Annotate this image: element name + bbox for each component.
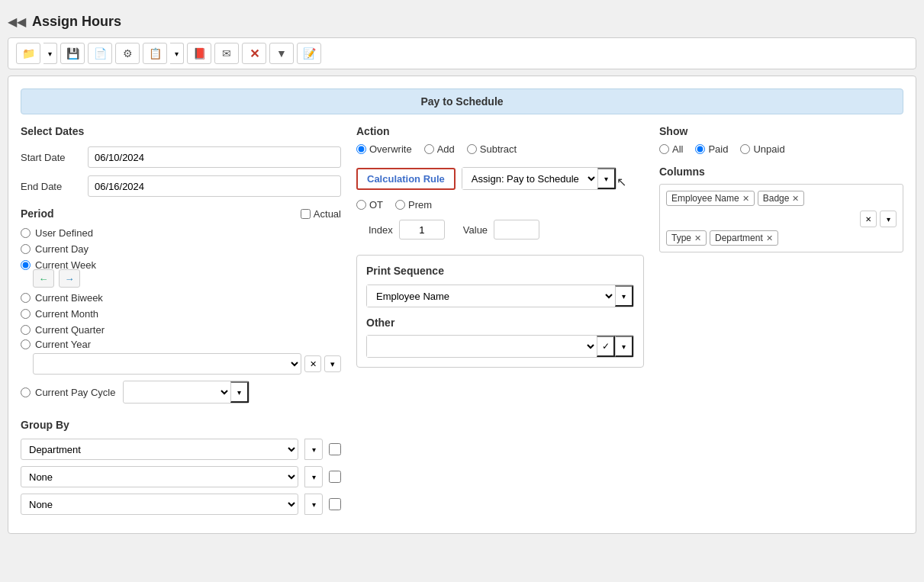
actual-label: Actual xyxy=(314,208,341,220)
actual-checkbox[interactable] xyxy=(301,209,311,219)
period-section: Period Actual User Defined Current Day xyxy=(21,207,341,404)
arrow-left-icon: ← xyxy=(39,273,49,285)
action-subtract-option[interactable]: Subtract xyxy=(467,143,517,155)
print-sequence-box: Print Sequence Employee Name ▾ Other ✓ ▾ xyxy=(356,255,644,368)
action-title: Action xyxy=(356,125,644,137)
radio-current-day[interactable] xyxy=(21,244,31,254)
ot-option[interactable]: OT xyxy=(356,199,383,211)
other-select[interactable] xyxy=(367,336,597,357)
calculation-rule-button[interactable]: Calculation Rule xyxy=(356,168,456,190)
header-bar: ◀◀ Assign Hours xyxy=(8,8,916,37)
show-paid-option[interactable]: Paid xyxy=(695,143,728,155)
end-date-row: End Date xyxy=(21,175,341,197)
assign-dropdown: Assign: Pay to Schedule ▾ xyxy=(462,167,617,190)
tag-employee-name-close[interactable]: ✕ xyxy=(742,194,749,204)
radio-subtract[interactable] xyxy=(467,144,477,154)
period-current-biweek-label: Current Biweek xyxy=(35,292,103,304)
settings-button[interactable]: ⚙ xyxy=(115,43,140,64)
other-check-button[interactable]: ✓ xyxy=(597,336,615,357)
show-all-option[interactable]: All xyxy=(659,143,683,155)
start-date-input[interactable] xyxy=(88,146,341,168)
print-seq-select-row: Employee Name ▾ xyxy=(366,285,634,307)
print-seq-dropdown-button[interactable]: ▾ xyxy=(615,285,633,307)
show-all-label: All xyxy=(672,143,683,155)
assign-dropdown-button[interactable]: ▾ xyxy=(597,168,616,189)
columns-title: Columns xyxy=(659,166,903,178)
prev-week-button[interactable]: ← xyxy=(33,269,54,288)
group-by-check-1[interactable] xyxy=(329,443,341,455)
assign-select[interactable]: Assign: Pay to Schedule xyxy=(462,168,597,189)
group-by-select-2[interactable]: None xyxy=(21,466,298,487)
radio-current-month[interactable] xyxy=(21,309,31,319)
ot-label: OT xyxy=(369,199,383,211)
back-icon[interactable]: ◀◀ xyxy=(8,14,26,29)
index-input[interactable] xyxy=(399,220,445,240)
radio-current-pay-cycle[interactable] xyxy=(21,387,31,397)
group-by-check-3[interactable] xyxy=(329,498,341,510)
period-current-biweek: Current Biweek xyxy=(21,292,341,304)
tag-type: Type ✕ xyxy=(666,230,707,246)
radio-ot[interactable] xyxy=(356,200,366,210)
group-by-row-3: None ▾ xyxy=(21,494,341,515)
value-label: Value xyxy=(463,224,488,236)
other-dropdown-button[interactable]: ▾ xyxy=(615,336,633,357)
group-by-select-1[interactable]: Department xyxy=(21,439,298,460)
action-subtract-label: Subtract xyxy=(480,143,517,155)
email-button[interactable]: ✉ xyxy=(214,43,239,64)
action-overwrite-option[interactable]: Overwrite xyxy=(356,143,412,155)
radio-current-week[interactable] xyxy=(21,260,31,270)
group-by-check-2[interactable] xyxy=(329,471,341,483)
section-header: Pay to Schedule xyxy=(21,88,903,114)
pay-cycle-dropdown-button[interactable]: ▾ xyxy=(230,381,249,403)
value-input[interactable] xyxy=(494,220,539,240)
radio-user-defined[interactable] xyxy=(21,228,31,238)
new-dropdown-button[interactable]: ▾ xyxy=(170,43,184,64)
end-date-input[interactable] xyxy=(88,175,341,197)
show-unpaid-option[interactable]: Unpaid xyxy=(740,143,784,155)
print-sequence-select[interactable]: Employee Name xyxy=(367,285,615,307)
save-button[interactable]: 💾 xyxy=(60,43,85,64)
open-button[interactable]: 📁 xyxy=(16,43,40,64)
ot-prem-row: OT Prem xyxy=(356,199,644,211)
radio-overwrite[interactable] xyxy=(356,144,366,154)
columns-expand-button[interactable]: ▾ xyxy=(880,211,897,227)
filter-button[interactable]: ▼ xyxy=(269,43,294,64)
quarter-select[interactable] xyxy=(33,353,301,375)
radio-current-year[interactable] xyxy=(21,339,31,349)
note-button[interactable]: 📝 xyxy=(297,43,321,64)
quarter-clear-button[interactable]: ✕ xyxy=(304,355,321,372)
radio-show-paid[interactable] xyxy=(695,144,705,154)
delete-button[interactable]: ✕ xyxy=(242,43,266,64)
action-add-option[interactable]: Add xyxy=(424,143,455,155)
tag-department-close[interactable]: ✕ xyxy=(766,233,773,243)
radio-current-quarter[interactable] xyxy=(21,325,31,335)
radio-current-biweek[interactable] xyxy=(21,293,31,303)
radio-add[interactable] xyxy=(424,144,434,154)
action-add-label: Add xyxy=(437,143,455,155)
group-by-dropdown-1[interactable]: ▾ xyxy=(304,439,323,460)
toolbar: 📁 ▾ 💾 📄 ⚙ 📋 ▾ 📕 ✉ ✕ ▼ 📝 xyxy=(8,37,916,69)
group-by-dropdown-3[interactable]: ▾ xyxy=(304,494,323,515)
prem-option[interactable]: Prem xyxy=(395,199,432,211)
open-dropdown-button[interactable]: ▾ xyxy=(43,43,57,64)
group-by-select-3[interactable]: None xyxy=(21,494,298,515)
tag-type-close[interactable]: ✕ xyxy=(694,233,701,243)
radio-show-unpaid[interactable] xyxy=(740,144,750,154)
radio-show-all[interactable] xyxy=(659,144,669,154)
group-by-row-2: None ▾ xyxy=(21,466,341,487)
middle-column: Action Overwrite Add Subtract xyxy=(356,125,644,521)
tag-badge-close[interactable]: ✕ xyxy=(792,194,799,204)
period-current-quarter: Current Quarter xyxy=(21,324,341,336)
page-title: Assign Hours xyxy=(32,14,121,30)
group-by-dropdown-2[interactable]: ▾ xyxy=(304,466,323,487)
radio-prem[interactable] xyxy=(395,200,405,210)
new-button[interactable]: 📋 xyxy=(143,43,167,64)
columns-clear-button[interactable]: ✕ xyxy=(860,211,877,227)
quarter-dropdown-button[interactable]: ▾ xyxy=(324,355,341,372)
next-week-button[interactable]: → xyxy=(59,269,80,288)
quarter-dropdown-row: ✕ ▾ xyxy=(33,353,341,375)
copy-button[interactable]: 📄 xyxy=(88,43,112,64)
pay-cycle-select[interactable] xyxy=(124,381,230,403)
pdf-button[interactable]: 📕 xyxy=(187,43,211,64)
prem-label: Prem xyxy=(408,199,432,211)
